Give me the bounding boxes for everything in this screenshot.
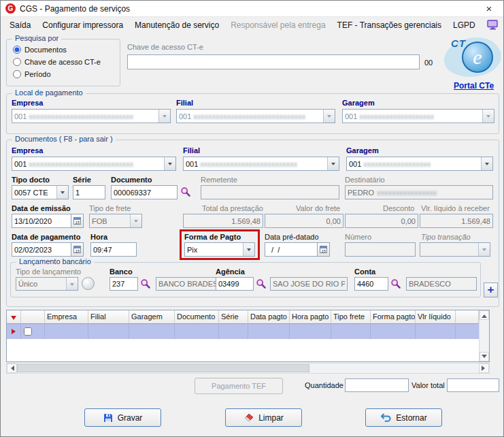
- grid-col-tipo-frete[interactable]: Tipo frete: [331, 310, 371, 324]
- documents-grid[interactable]: Empresa Filial Garagem Documento Série D…: [6, 310, 490, 362]
- gravar-button[interactable]: Gravar: [84, 408, 161, 427]
- hora-input[interactable]: [90, 242, 137, 257]
- vlr-liquido-input: [420, 214, 493, 228]
- banco-code-input[interactable]: [110, 277, 138, 291]
- chevron-down-icon[interactable]: [164, 157, 175, 170]
- portal-cte-link[interactable]: Portal CTe: [454, 81, 494, 91]
- local-garagem-code: 001: [345, 112, 357, 120]
- local-garagem-masked: xxxxxxxxxxxxxxxxxxxx: [359, 112, 434, 120]
- estornar-label: Estornar: [396, 413, 426, 423]
- chevron-down-icon: [323, 110, 335, 123]
- docs-garagem-code: 001: [349, 160, 361, 168]
- chevron-down-icon[interactable]: [56, 186, 68, 199]
- vertical-scrollbar[interactable]: [479, 310, 489, 361]
- docs-empresa-combo[interactable]: 001xxxxxxxxxxxxxxxxxxxxxxxxxxxx: [12, 157, 176, 171]
- pagamento-tef-button: Pagamento TEF: [195, 378, 283, 394]
- menu-configurar-impressora[interactable]: Configurar impressora: [42, 20, 123, 30]
- grid-col-filial[interactable]: Filial: [88, 310, 129, 324]
- docs-garagem-combo[interactable]: 001xxxxxxxxxxxxxxxxxx: [346, 157, 493, 171]
- valor-total-label: Valor total: [411, 381, 445, 389]
- grid-col-garagem[interactable]: Garagem: [129, 310, 175, 324]
- menu-tef-transacoes[interactable]: TEF - Transações gerenciais: [337, 20, 441, 30]
- tipo-docto-combo[interactable]: 0057 CTE: [12, 185, 69, 199]
- grid-col-hora-pagto[interactable]: Hora pagto: [290, 310, 331, 324]
- destinatario-label: Destinatário: [345, 176, 385, 184]
- docs-empresa-label: Empresa: [12, 146, 43, 155]
- vlr-liquido-label: Vlr. líquido à receber: [421, 204, 490, 212]
- scrollbar-thumb[interactable]: [17, 364, 309, 372]
- radio-documentos-input[interactable]: [13, 46, 21, 54]
- local-empresa-combo: 001xxxxxxxxxxxxxxxxxxxxxxxxxxxx: [12, 109, 171, 123]
- lancamento-bancario-title: Lançamento bancário: [16, 257, 94, 265]
- limpar-button[interactable]: Limpar: [225, 408, 302, 427]
- quantidade-input[interactable]: [345, 378, 409, 392]
- data-emissao-input[interactable]: [12, 214, 71, 228]
- grid-col-vlr-liquido[interactable]: Vlr líquido: [416, 310, 456, 324]
- circle-lookup-icon[interactable]: [82, 277, 95, 290]
- tipo-transacao-combo: [420, 242, 490, 257]
- menu-responsavel-entrega: Responsável pela entrega: [231, 20, 325, 30]
- docs-filial-combo[interactable]: 001xxxxxxxxxxxxxxxxxxxxxxxxxx: [183, 157, 339, 171]
- search-icon[interactable]: [256, 278, 267, 289]
- search-icon[interactable]: [390, 278, 401, 289]
- search-icon[interactable]: [140, 278, 151, 289]
- eraser-icon: [243, 413, 254, 423]
- data-pre-datado-input[interactable]: [265, 242, 318, 257]
- limpar-label: Limpar: [258, 413, 284, 423]
- radio-periodo-input[interactable]: [13, 70, 21, 78]
- menu-saida[interactable]: Saída: [10, 20, 31, 30]
- serie-input[interactable]: [73, 185, 105, 199]
- forma-pagto-combo[interactable]: Pix: [184, 242, 255, 257]
- documento-input[interactable]: [111, 185, 178, 199]
- calendar-icon[interactable]: [317, 242, 330, 257]
- grid-cell: [416, 324, 456, 339]
- close-icon[interactable]: ×: [480, 3, 499, 14]
- destinatario-value: PEDRO: [348, 189, 374, 197]
- grid-col-forma-pagto[interactable]: Forma pagto: [371, 310, 416, 324]
- chevron-down-icon: [158, 110, 170, 123]
- title-bar: G CGS - Pagamento de serviços ×: [1, 1, 503, 17]
- grid-cell: [456, 324, 479, 339]
- chevron-down-icon[interactable]: [327, 157, 339, 170]
- table-row[interactable]: [7, 324, 479, 339]
- serie-label: Série: [73, 176, 91, 184]
- monitor-icon[interactable]: [487, 20, 499, 30]
- chevron-down-icon[interactable]: [243, 243, 254, 256]
- grid-col-documento[interactable]: Documento: [175, 310, 219, 324]
- chevron-down-icon[interactable]: [481, 157, 492, 170]
- grid-col-data-pagto[interactable]: Data pagto: [248, 310, 290, 324]
- row-checkbox[interactable]: [24, 327, 32, 336]
- calendar-icon[interactable]: [71, 214, 84, 228]
- agencia-label: Agência: [216, 268, 245, 276]
- calendar-icon[interactable]: [71, 242, 84, 257]
- scroll-right-button[interactable]: [479, 363, 489, 373]
- horizontal-scrollbar[interactable]: [6, 363, 490, 374]
- radio-chave-acesso-input[interactable]: [13, 58, 21, 66]
- grid-col-empresa[interactable]: Empresa: [45, 310, 88, 324]
- data-pagamento-input[interactable]: [12, 242, 71, 257]
- red-arrow-right-icon: [12, 329, 18, 334]
- scroll-left-button[interactable]: [7, 363, 17, 373]
- docs-filial-code: 001: [186, 160, 198, 168]
- estornar-button[interactable]: Estornar: [365, 408, 442, 427]
- conta-code-input[interactable]: [354, 277, 388, 291]
- valor-total-input[interactable]: [447, 378, 499, 392]
- destinatario-input: PEDRO xxxxxxxxxxxxxxxx: [345, 185, 493, 199]
- chave-acesso-input[interactable]: [127, 54, 420, 69]
- cte-logo-ct-text: CT: [451, 37, 466, 49]
- grid-col-serie[interactable]: Série: [219, 310, 248, 324]
- menu-lgpd[interactable]: LGPD: [453, 20, 475, 30]
- grid-cell: [290, 324, 331, 339]
- radio-periodo[interactable]: Período: [13, 70, 51, 78]
- chave-counter: 00: [424, 59, 433, 67]
- radio-documentos[interactable]: Documentos: [13, 46, 67, 54]
- scroll-up-button[interactable]: [480, 310, 489, 320]
- search-icon[interactable]: [180, 187, 191, 197]
- scroll-down-button[interactable]: [480, 352, 489, 361]
- agencia-code-input[interactable]: [216, 277, 254, 291]
- menu-manutencao-servico[interactable]: Manutenção de serviço: [135, 20, 219, 30]
- radio-chave-acesso[interactable]: Chave de acesso CT-e: [13, 58, 101, 66]
- local-filial-masked: xxxxxxxxxxxxxxxxxxxxxxxxxxxxxx: [193, 112, 305, 120]
- undo-arrow-icon: [380, 413, 391, 423]
- add-button[interactable]: [484, 282, 498, 297]
